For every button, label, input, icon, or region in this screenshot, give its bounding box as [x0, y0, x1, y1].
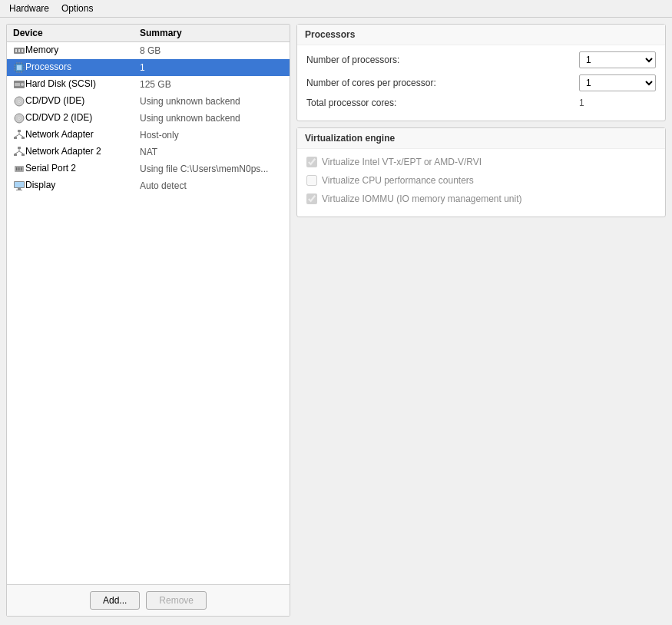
- device-summary-text: Using unknown backend: [134, 110, 290, 127]
- svg-rect-20: [15, 83, 20, 86]
- svg-point-19: [21, 83, 24, 86]
- processors-body: Number of processors: 1248 Number of cor…: [297, 45, 665, 121]
- col-summary: Summary: [134, 25, 290, 42]
- virtualization-section: Virtualization engine Virtualize Intel V…: [296, 127, 666, 217]
- cpu-perf-checkbox[interactable]: [306, 175, 317, 186]
- svg-rect-29: [22, 137, 25, 139]
- svg-line-32: [19, 134, 23, 137]
- display-icon: [13, 180, 25, 190]
- svg-rect-28: [14, 137, 17, 139]
- device-summary-text: Auto detect: [134, 177, 290, 194]
- vt-x-row: Virtualize Intel VT-x/EPT or AMD-V/RVI: [306, 155, 656, 169]
- menubar: Hardware Options: [0, 0, 672, 18]
- serial-icon: [13, 163, 25, 174]
- svg-rect-5: [17, 65, 22, 70]
- svg-rect-33: [18, 147, 21, 149]
- device-summary-text: 1: [134, 59, 290, 76]
- device-summary-text: Using file C:\Users\memN0ps...: [134, 160, 290, 177]
- device-table: Device Summary Memory8 GBProcessors1Hard…: [7, 25, 290, 584]
- cdrom-icon: [13, 112, 25, 123]
- cdrom-icon: [13, 95, 25, 106]
- table-row[interactable]: Processors1: [7, 59, 290, 76]
- cores-per-processor-row: Number of cores per processor: 1248: [306, 74, 656, 91]
- table-row[interactable]: CD/DVD 2 (IDE)Using unknown backend: [7, 110, 290, 127]
- vt-x-label: Virtualize Intel VT-x/EPT or AMD-V/RVI: [322, 157, 482, 167]
- device-name-text: Hard Disk (SCSI): [25, 78, 96, 89]
- svg-rect-35: [22, 154, 25, 156]
- svg-rect-40: [16, 167, 18, 170]
- cpu-perf-row: Virtualize CPU performance counters: [306, 174, 656, 187]
- device-name-text: CD/DVD (IDE): [25, 95, 84, 106]
- device-name-text: Processors: [25, 61, 71, 72]
- svg-rect-46: [16, 190, 22, 190]
- iommu-checkbox[interactable]: [306, 193, 317, 204]
- total-cores-label: Total processor cores:: [306, 98, 579, 108]
- device-name-text: Network Adapter: [25, 129, 94, 140]
- hdd-icon: [13, 78, 25, 89]
- svg-rect-45: [18, 188, 21, 190]
- processors-section: Processors Number of processors: 1248 Nu…: [296, 24, 666, 121]
- svg-rect-3: [22, 49, 23, 52]
- remove-button[interactable]: Remove: [146, 591, 207, 610]
- table-row[interactable]: Hard Disk (SCSI)125 GB: [7, 76, 290, 93]
- svg-rect-41: [18, 167, 20, 170]
- device-name-text: Serial Port 2: [25, 163, 76, 174]
- svg-rect-34: [14, 154, 17, 156]
- num-processors-label: Number of processors:: [306, 55, 579, 65]
- svg-line-38: [19, 151, 23, 154]
- svg-rect-1: [15, 49, 17, 52]
- right-panel: Processors Number of processors: 1248 Nu…: [296, 24, 666, 617]
- total-cores-value: 1: [579, 98, 656, 108]
- device-summary-text: Using unknown backend: [134, 93, 290, 110]
- device-name-text: Network Adapter 2: [25, 146, 101, 157]
- table-row[interactable]: CD/DVD (IDE)Using unknown backend: [7, 93, 290, 110]
- svg-point-26: [18, 117, 20, 119]
- num-processors-select[interactable]: 1248: [579, 51, 656, 68]
- svg-point-23: [18, 101, 20, 102]
- table-row[interactable]: DisplayAuto detect: [7, 177, 290, 194]
- device-summary-text: NAT: [134, 144, 290, 160]
- network-icon: [13, 129, 25, 140]
- svg-rect-2: [18, 49, 20, 52]
- network-icon: [13, 146, 25, 157]
- table-row[interactable]: Network Adapter 2NAT: [7, 144, 290, 160]
- menu-hardware[interactable]: Hardware: [3, 2, 55, 15]
- device-summary-text: Host-only: [134, 127, 290, 144]
- cores-per-processor-label: Number of cores per processor:: [306, 78, 579, 88]
- device-summary-text: 125 GB: [134, 76, 290, 93]
- device-name-text: Display: [25, 180, 55, 190]
- svg-rect-27: [18, 130, 21, 132]
- left-panel: Device Summary Memory8 GBProcessors1Hard…: [6, 24, 290, 617]
- col-device: Device: [7, 25, 134, 42]
- vt-x-checkbox[interactable]: [306, 157, 317, 167]
- table-row[interactable]: Network AdapterHost-only: [7, 127, 290, 144]
- menu-options[interactable]: Options: [55, 2, 99, 15]
- svg-rect-42: [21, 167, 22, 170]
- svg-rect-44: [15, 182, 24, 187]
- num-processors-row: Number of processors: 1248: [306, 51, 656, 68]
- add-button[interactable]: Add...: [90, 591, 140, 610]
- button-row: Add... Remove: [7, 584, 290, 616]
- svg-line-31: [15, 134, 19, 137]
- cpu-perf-label: Virtualize CPU performance counters: [322, 175, 474, 186]
- device-name-text: Memory: [25, 45, 58, 55]
- iommu-label: Virtualize IOMMU (IO memory management u…: [322, 193, 522, 204]
- processor-icon: [13, 61, 25, 72]
- cores-per-processor-select[interactable]: 1248: [579, 74, 656, 91]
- processors-title: Processors: [297, 25, 665, 45]
- device-name-text: CD/DVD 2 (IDE): [25, 112, 92, 123]
- iommu-row: Virtualize IOMMU (IO memory management u…: [306, 192, 656, 206]
- virtualization-title: Virtualization engine: [297, 128, 665, 149]
- main-content: Device Summary Memory8 GBProcessors1Hard…: [0, 18, 672, 623]
- memory-icon: [13, 45, 25, 55]
- total-cores-row: Total processor cores: 1: [306, 98, 656, 108]
- table-row[interactable]: Serial Port 2Using file C:\Users\memN0ps…: [7, 160, 290, 177]
- table-row[interactable]: Memory8 GB: [7, 42, 290, 60]
- virtualization-body: Virtualize Intel VT-x/EPT or AMD-V/RVI V…: [297, 149, 665, 217]
- svg-line-37: [15, 151, 19, 154]
- device-summary-text: 8 GB: [134, 42, 290, 60]
